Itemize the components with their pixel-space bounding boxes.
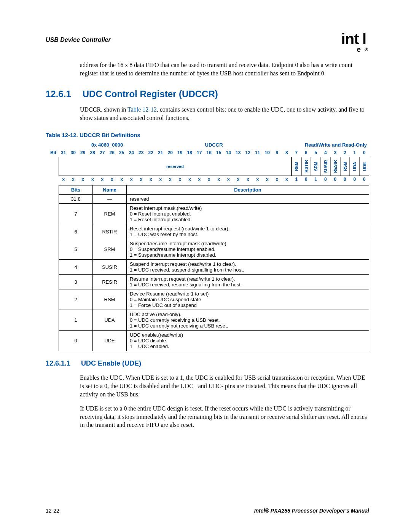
reset-value: 1 (311, 177, 321, 182)
cell-bits: 1 (59, 310, 93, 331)
bit-number: 16 (204, 150, 214, 155)
manual-title: Intel® PXA255 Processor Developer's Manu… (254, 508, 369, 514)
subsection-title: UDC Enable (UDE) (81, 359, 141, 367)
reset-value: x (166, 177, 175, 182)
reset-value: x (88, 177, 98, 182)
reset-value: x (214, 177, 224, 182)
cell-bits: 3 (59, 275, 93, 289)
intro-paragraph: address for the 16 x 8 data FIFO that ca… (80, 61, 369, 77)
reset-value: x (224, 177, 234, 182)
reset-value: x (243, 177, 253, 182)
bit-number: 22 (146, 150, 156, 155)
page-header: USB Device Controller intel® (46, 30, 369, 50)
bit-number: 17 (194, 150, 204, 155)
cell-desc: Resume interrupt request (read/write 1 t… (127, 275, 369, 289)
reset-value: x (233, 177, 243, 182)
cell-name: RSM (93, 289, 127, 310)
cell-name: RESIR (93, 275, 127, 289)
section-title: UDC Control Register (UDCCR) (83, 89, 218, 99)
bit-definitions-table: Bits Name Description 31:8—reserved7REMR… (59, 185, 369, 351)
bit-number: 21 (156, 150, 166, 155)
intel-logo: intel® (341, 30, 369, 50)
section-paragraph: UDCCR, shown in Table 12-12, contains se… (80, 105, 369, 122)
cell-bits: 7 (59, 204, 93, 224)
bit-number: 31 (59, 150, 68, 155)
register-address: 0x 4060_0000 (91, 142, 123, 148)
bit-number: 11 (253, 150, 263, 155)
bit-numbers-row: 3130292827262524232221201918171615141312… (59, 150, 369, 155)
field-resir: RESIR (330, 157, 340, 176)
bit-number: 24 (127, 150, 137, 155)
cell-name: SRM (93, 239, 127, 260)
reset-value: x (156, 177, 166, 182)
field-ude: UDE (360, 157, 370, 176)
field-srm: SRM (311, 157, 321, 176)
bit-number: 13 (233, 150, 243, 155)
bit-number: 4 (321, 150, 331, 155)
reset-value: 1 (292, 177, 301, 182)
table-row: 1UDAUDC active (read-only). 0 = UDC curr… (59, 310, 369, 331)
cell-desc: Reset interrupt mask.(read/write) 0 = Re… (127, 204, 369, 224)
bit-number: 14 (224, 150, 234, 155)
bit-number: 20 (166, 150, 175, 155)
bit-number: 10 (263, 150, 272, 155)
reset-value: x (59, 177, 68, 182)
table-row: 6RSTIRReset interrupt request (read/writ… (59, 224, 369, 239)
bit-number: 1 (350, 150, 360, 155)
subsection-para-2: If UDE is set to a 0 the entire UDC desi… (80, 404, 369, 429)
table-row: 5SRMSuspend/resume interrupt mask (read/… (59, 239, 369, 260)
bit-number: 7 (292, 150, 301, 155)
reset-value: x (272, 177, 282, 182)
bit-number: 27 (97, 150, 107, 155)
reset-value: x (117, 177, 127, 182)
cell-desc: Suspend/resume interrupt mask (read/writ… (127, 239, 369, 260)
cell-desc: Device Resume (read/write 1 to set) 0 = … (127, 289, 369, 310)
section-number: 12.6.1 (46, 89, 71, 99)
table-cross-reference[interactable]: Table 12-12 (127, 106, 157, 113)
bit-number: 26 (107, 150, 117, 155)
th-desc: Description (127, 185, 369, 195)
cell-bits: 0 (59, 331, 93, 351)
subsection-heading: 12.6.1.1 UDC Enable (UDE) (46, 359, 369, 367)
table-row: 31:8—reserved (59, 195, 369, 204)
bit-number: 0 (360, 150, 370, 155)
reset-value: 0 (350, 177, 360, 182)
reset-value: 0 (340, 177, 350, 182)
subsection-para-1: Enables the UDC. When UDE is set to a 1,… (80, 374, 369, 398)
reset-value: x (185, 177, 195, 182)
cell-name: SUSIR (93, 260, 127, 275)
subsection-number: 12.6.1.1 (46, 359, 70, 367)
bit-number: 5 (311, 150, 321, 155)
field-susir: SUSIR (321, 157, 331, 176)
reset-value: x (136, 177, 146, 182)
reset-value: x (68, 177, 78, 182)
bit-number: 18 (185, 150, 195, 155)
cell-bits: 31:8 (59, 195, 93, 204)
register-diagram: 0x 4060_0000 UDCCR Read/Write and Read-O… (46, 142, 369, 182)
bit-number: 19 (175, 150, 185, 155)
field-reserved: reserved (59, 157, 292, 176)
reset-value: 0 (301, 177, 311, 182)
cell-bits: 5 (59, 239, 93, 260)
reset-value: 0 (321, 177, 331, 182)
th-name: Name (93, 185, 127, 195)
table-row: 2RSMDevice Resume (read/write 1 to set) … (59, 289, 369, 310)
field-rsm: RSM (340, 157, 350, 176)
cell-name: UDA (93, 310, 127, 331)
reset-value: x (194, 177, 204, 182)
cell-name: REM (93, 204, 127, 224)
page-number: 12-22 (46, 508, 59, 514)
cell-desc: Reset interrupt request (read/write 1 to… (127, 224, 369, 239)
page-footer: 12-22 Intel® PXA255 Processor Developer'… (46, 508, 369, 514)
header-chapter-title: USB Device Controller (46, 37, 111, 43)
reset-value: x (282, 177, 292, 182)
register-name: UDCCR (205, 142, 223, 148)
reset-values-row: xxxxxxxxxxxxxxxxxxxxxxxx10100000 (59, 177, 369, 182)
cell-name: UDE (93, 331, 127, 351)
reset-value: x (253, 177, 263, 182)
field-rstir: RSTIR (301, 157, 311, 176)
cell-bits: 2 (59, 289, 93, 310)
bit-number: 29 (78, 150, 88, 155)
field-rem: REM (292, 157, 301, 176)
bit-number: 3 (330, 150, 340, 155)
